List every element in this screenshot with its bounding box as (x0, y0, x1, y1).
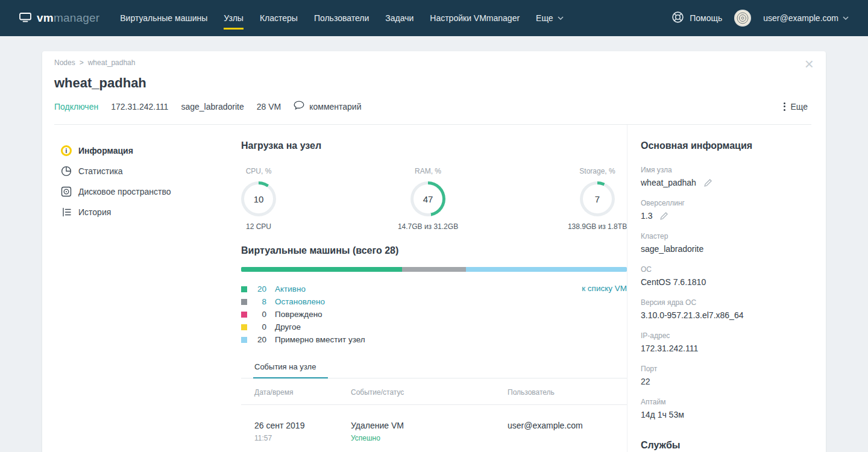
gauge-sub-label: 138.9GB из 1.8TB (568, 222, 627, 231)
legend-label-capacity: Примерно вместит узел (275, 335, 365, 344)
chevron-down-icon (558, 16, 564, 20)
node-card-header: Nodes > wheat_padhah × wheat_padhah Подк… (42, 51, 826, 125)
chevron-down-icon (843, 16, 849, 20)
edit-pencil-icon[interactable] (659, 212, 668, 221)
event-date: 26 сент 2019 (254, 421, 351, 430)
vm-legend: 20 Активно 8 Остановлено 0 Повреждено (241, 283, 627, 346)
gauge-sub-label: 14.7GB из 31.2GB (398, 222, 458, 231)
event-user: user@example.com (508, 421, 627, 442)
legend-row-other: 0 Другое (241, 321, 627, 333)
nav-settings[interactable]: Настройки VMmanager (430, 0, 520, 36)
field-label: Версия ядра ОС (641, 298, 811, 307)
legend-label-damaged: Повреждено (275, 310, 322, 319)
legend-count[interactable]: 20 (250, 284, 266, 293)
more-label: Еще (791, 102, 808, 111)
help-button[interactable]: Помощь (671, 11, 722, 25)
field-label: IP-адрес (641, 331, 811, 340)
bar-segment-stopped (402, 267, 466, 272)
field-overselling: Оверселлинг 1.3 (641, 199, 811, 221)
field-label: Кластер (641, 232, 811, 240)
node-card-body: i Информация Статистика Дисковое простра… (42, 125, 826, 452)
bar-segment-active (241, 267, 402, 272)
legend-count[interactable]: 8 (250, 297, 266, 306)
breadcrumb: Nodes > wheat_padhah (54, 58, 811, 67)
field-node-name: Имя узла wheat_padhah (641, 166, 811, 187)
legend-row-capacity: 20 Примерно вместит узел (241, 333, 627, 346)
sidebar-item-history[interactable]: История (60, 202, 241, 222)
sidebar-item-label: Статистика (78, 166, 123, 176)
node-vm-count: 28 VM (257, 102, 281, 111)
vmmanager-logo-icon (19, 13, 31, 24)
field-value: 3.10.0-957.21.3.el7.x86_64 (641, 310, 743, 320)
avatar[interactable] (734, 10, 751, 27)
event-name: Удаление VM (351, 421, 508, 430)
vmmanager-logo[interactable]: vmmanager (19, 11, 99, 25)
node-ip: 172.31.242.111 (111, 102, 168, 111)
close-icon[interactable]: × (805, 56, 814, 72)
column-header-user: Пользователь (508, 388, 627, 397)
sidebar-item-statistics[interactable]: Статистика (60, 161, 241, 181)
user-menu[interactable]: user@example.com (763, 13, 849, 23)
cpu-donut-chart: 10 (241, 181, 276, 216)
column-header-datetime: Дата/время (254, 388, 351, 397)
nav-virtual-machines[interactable]: Виртуальные машины (120, 0, 207, 36)
edit-pencil-icon[interactable] (703, 178, 712, 187)
field-value: 172.31.242.111 (641, 344, 698, 353)
status-badge: Подключен (54, 102, 98, 111)
field-label: Порт (641, 365, 811, 373)
field-label: Оверселлинг (641, 199, 811, 207)
field-label: ОС (641, 265, 811, 274)
node-events-section: События на узле Дата/время Событие/стату… (241, 362, 627, 452)
user-email: user@example.com (763, 13, 838, 23)
storage-donut-chart: 7 (580, 181, 615, 216)
nav-label: Виртуальные машины (120, 13, 207, 23)
comment-button[interactable]: комментарий (294, 101, 361, 112)
sidebar-item-disk-space[interactable]: Дисковое пространство (60, 181, 241, 202)
node-more-button[interactable]: Еще (784, 102, 812, 111)
nav-clusters[interactable]: Кластеры (260, 0, 298, 36)
nav-nodes[interactable]: Узлы (224, 0, 244, 36)
field-value: 1.3 (641, 211, 652, 221)
nav-tasks[interactable]: Задачи (385, 0, 414, 36)
event-time: 11:57 (254, 434, 351, 442)
top-nav-bar: vmmanager Виртуальные машины Узлы Класте… (0, 0, 868, 36)
column-header-event: Событие/статус (351, 388, 508, 397)
field-label: Аптайм (641, 398, 811, 406)
breadcrumb-current: wheat_padhah (88, 58, 136, 67)
nav-label: Еще (536, 13, 553, 23)
nav-more[interactable]: Еще (536, 0, 564, 36)
nav-users[interactable]: Пользователи (314, 0, 369, 36)
vm-list-link[interactable]: к списку VM (582, 284, 627, 293)
gauge-label: Storage, % (579, 167, 615, 175)
gauge-value: 47 (414, 184, 442, 213)
section-title-info: Основная информация (641, 140, 811, 151)
field-ip: IP-адрес 172.31.242.111 (641, 331, 811, 353)
gauge-value: 10 (244, 184, 273, 213)
logo-text-manager: manager (54, 11, 99, 24)
sidebar-item-information[interactable]: i Информация (60, 140, 241, 161)
field-kernel: Версия ядра ОС 3.10.0-957.21.3.el7.x86_6… (641, 298, 811, 320)
legend-count: 0 (250, 322, 266, 331)
legend-count: 0 (250, 310, 266, 319)
legend-label-stopped[interactable]: Остановлено (275, 297, 325, 306)
field-value: sage_labradorite (641, 244, 703, 254)
field-os: ОС CentOS 7.6.1810 (641, 265, 811, 287)
legend-label-active[interactable]: Активно (275, 284, 306, 293)
node-info-panel: Основная информация Имя узла wheat_padha… (627, 125, 826, 452)
legend-swatch (241, 299, 247, 305)
node-status-row: Подключен 172.31.242.111 sage_labradorit… (54, 101, 811, 112)
section-title-load: Нагрузка на узел (241, 140, 627, 151)
legend-swatch (241, 324, 247, 330)
page-title: wheat_padhah (54, 75, 811, 91)
main-content: Nodes > wheat_padhah × wheat_padhah Подк… (0, 51, 868, 452)
breadcrumb-nodes[interactable]: Nodes (54, 58, 75, 67)
events-table-header: Дата/время Событие/статус Пользователь (241, 378, 627, 405)
tab-node-events[interactable]: События на узле (253, 362, 328, 378)
topbar-right: Помощь user@example.com (671, 10, 849, 27)
load-gauges: CPU, % 10 12 CPU RAM, % 47 14.7GB из 31.… (241, 167, 627, 231)
field-label: Имя узла (641, 166, 811, 174)
nav-label: Кластеры (260, 13, 298, 23)
info-icon: i (60, 145, 72, 156)
node-side-menu: i Информация Статистика Дисковое простра… (42, 125, 241, 452)
legend-count: 20 (250, 335, 266, 344)
